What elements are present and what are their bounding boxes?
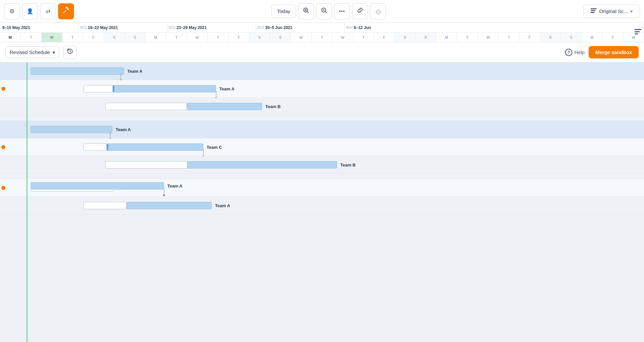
- zoom-in-button[interactable]: [298, 3, 314, 19]
- row-left-5: [0, 145, 7, 149]
- gantt-row-4: Team A: [0, 121, 644, 138]
- svg-line-1: [307, 12, 309, 13]
- diamond-button[interactable]: ◇: [370, 3, 386, 19]
- svg-line-5: [325, 12, 327, 13]
- users-button[interactable]: 👤: [22, 3, 38, 19]
- day-t8: T: [499, 33, 519, 42]
- link-button[interactable]: [352, 3, 368, 19]
- toolbar: ⚙ 👤 ⇄ Today: [0, 0, 644, 23]
- help-label: Help: [574, 49, 585, 55]
- day-f3: F: [374, 33, 395, 42]
- day-cell-w-today: W: [42, 33, 62, 42]
- compare-button[interactable]: ⇄: [40, 3, 56, 19]
- row-left-7: [0, 186, 7, 190]
- schedule-dropdown[interactable]: Revised Schedule ▾: [5, 46, 59, 58]
- week-cell-w21: W21 16–22 May 2021: [79, 23, 167, 32]
- settings-button[interactable]: ⚙: [4, 3, 20, 19]
- gantt-row-6: Team B: [0, 156, 644, 174]
- day-m4: M: [436, 33, 457, 42]
- row-left-2: [0, 87, 7, 91]
- bar-outline-8: [83, 202, 127, 209]
- merge-sandbox-button[interactable]: Merge sandbox: [589, 46, 639, 58]
- shovel-button[interactable]: [58, 3, 74, 19]
- day-t3: T: [166, 33, 187, 42]
- help-button[interactable]: ? Help: [565, 49, 585, 56]
- history-icon: [67, 48, 73, 56]
- bar-label-team-c-5: Team C: [207, 145, 222, 150]
- users-icon: 👤: [27, 8, 33, 14]
- view-select[interactable]: Original Sc... ▾: [583, 5, 640, 18]
- diamond-icon: ◇: [376, 7, 381, 15]
- orange-dot-2: [1, 87, 5, 91]
- spacer-2: [0, 174, 644, 179]
- zoom-in-icon: [303, 7, 309, 15]
- link-icon: [357, 7, 363, 15]
- svg-rect-7: [591, 8, 597, 9]
- bar-group4: [31, 126, 112, 133]
- day-s3: S: [249, 33, 270, 42]
- day-s4: S: [270, 33, 291, 42]
- svg-rect-12: [635, 33, 638, 34]
- shovel-icon: [62, 6, 70, 16]
- day-w2: W: [187, 33, 208, 42]
- bar-outline-5: [83, 143, 107, 151]
- settings-icon: ⚙: [9, 8, 15, 15]
- day-cell-t2: T: [62, 33, 83, 42]
- gantt-row-2: Team A: [0, 80, 644, 98]
- view-chevron-icon: ▾: [630, 9, 633, 14]
- week-cell-w23: W23 30–5 Jun 2021: [256, 23, 345, 32]
- bar-outline-2: [83, 85, 113, 92]
- day-f2: F: [229, 33, 249, 42]
- gantt-area: Team A Team A: [0, 62, 644, 342]
- compare-icon: ⇄: [46, 8, 50, 14]
- day-s8: S: [561, 33, 582, 42]
- day-cell-t: T: [21, 33, 41, 42]
- timeline-controls: Today •••: [271, 3, 386, 19]
- spacer-1: [0, 115, 644, 121]
- bar-label-team-a-7: Team A: [167, 183, 183, 188]
- view-label: Original Sc...: [599, 8, 628, 14]
- bar-label-team-a-2: Team A: [219, 86, 235, 91]
- day-w4: W: [478, 33, 499, 42]
- gantt-row-5: Team C: [0, 138, 644, 156]
- more-icon: •••: [339, 9, 345, 14]
- gantt-row-1: Team A: [0, 62, 644, 80]
- day-s6: S: [416, 33, 436, 42]
- history-button[interactable]: [63, 46, 77, 59]
- day-cell-s2: S: [125, 33, 145, 42]
- today-dashed-line: [27, 62, 27, 342]
- bar-blue-5: [107, 143, 203, 151]
- list-view-icon[interactable]: [635, 29, 641, 36]
- zoom-out-button[interactable]: [316, 3, 332, 19]
- svg-rect-10: [635, 29, 641, 30]
- schedule-label: Revised Schedule: [10, 49, 50, 55]
- svg-rect-8: [591, 10, 595, 11]
- week-row: 9–15 May 2021 W21 16–22 May 2021 W22 23–…: [0, 23, 644, 33]
- day-row: // Generate day cells inline via JS cons…: [0, 33, 644, 42]
- arrow-7: [163, 189, 165, 197]
- today-button[interactable]: Today: [271, 5, 296, 18]
- bar-outline-3: [105, 103, 187, 110]
- svg-rect-9: [591, 12, 594, 13]
- day-t5: T: [312, 33, 332, 42]
- bar-label-team-b-6: Team B: [340, 162, 356, 167]
- orange-dot-7: [1, 186, 5, 190]
- day-t9: T: [603, 33, 623, 42]
- timeline-header: 9–15 May 2021 W21 16–22 May 2021 W22 23–…: [0, 23, 644, 42]
- bar-blue-7: [31, 182, 164, 190]
- bar-blue-2: [113, 85, 216, 92]
- bar-label-team-a-8: Team A: [215, 203, 230, 208]
- day-m3: M: [291, 33, 312, 42]
- day-t6: T: [353, 33, 374, 42]
- day-t7: T: [457, 33, 478, 42]
- day-cell-f: F: [83, 33, 104, 42]
- bar-blue-6: [187, 161, 337, 168]
- orange-dot-5: [1, 145, 5, 149]
- bar-label-team-a-1: Team A: [127, 69, 143, 74]
- view-select-icon: [591, 8, 597, 14]
- week-cell-w24: W24 6–12 Jun: [345, 23, 644, 32]
- day-cell-m: M: [0, 33, 21, 42]
- help-circle-icon: ?: [565, 49, 572, 56]
- day-w3: W: [332, 33, 353, 42]
- more-button[interactable]: •••: [334, 3, 350, 19]
